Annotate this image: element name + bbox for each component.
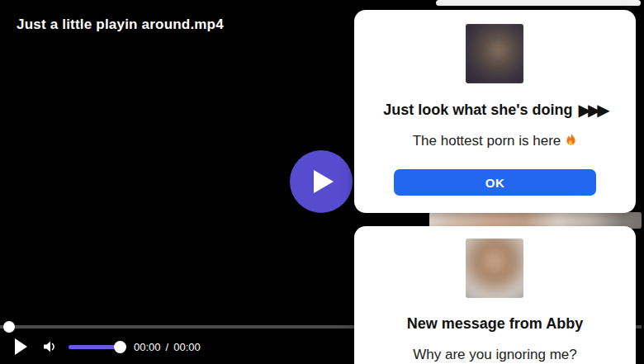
ok-button[interactable]: OK [394,169,596,196]
time-separator: / [166,341,169,353]
message-title: New message from Abby [354,313,636,334]
ad-title-text: Just look what she's doing [383,102,572,118]
message-body: Why are you ignoring me? [354,346,636,364]
blurred-photo-thumbnail [466,239,523,298]
play-icon [15,338,28,355]
ad-title: Just look what she's doing▶▶▶ [354,99,636,121]
progress-knob[interactable] [3,321,15,333]
play-button[interactable] [15,338,28,355]
video-player-page: Just a little playin around.mp4 00:00/00… [0,0,644,364]
ad-popup-message[interactable]: New message from Abby Why are you ignori… [354,226,636,364]
fire-emoji-icon [565,133,577,147]
time-display: 00:00/00:00 [134,341,201,353]
total-time: 00:00 [173,341,201,353]
current-time: 00:00 [134,341,161,353]
ad-popup-offer[interactable]: Just look what she's doing▶▶▶ The hottes… [354,10,636,213]
blurred-photo-thumbnail [466,24,523,83]
mute-button[interactable] [42,339,57,354]
ad-subtitle: The hottest porn is here [354,132,636,150]
fast-forward-triangles-icon: ▶▶▶ [579,100,607,120]
video-title: Just a little playin around.mp4 [17,17,224,33]
volume-knob[interactable] [114,341,126,353]
speaker-low-icon [42,339,57,354]
ad-subtitle-text: The hottest porn is here [413,133,561,149]
background-card-edge [436,0,641,6]
play-icon [314,170,334,193]
big-play-button[interactable] [290,150,353,213]
